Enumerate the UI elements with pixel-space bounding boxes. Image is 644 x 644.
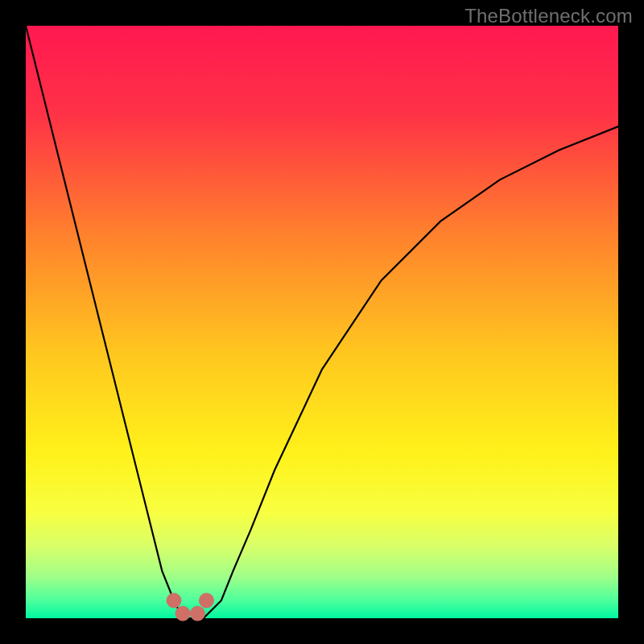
watermark-text: TheBottleneck.com [464, 5, 633, 27]
min-marker-right [199, 593, 213, 608]
chart-svg [0, 0, 644, 644]
min-marker-left [167, 593, 181, 608]
min-marker-bottom-right [190, 606, 204, 621]
min-marker-bottom-left [175, 606, 190, 621]
plot-background [26, 26, 618, 618]
chart-canvas: TheBottleneck.com [0, 0, 644, 644]
